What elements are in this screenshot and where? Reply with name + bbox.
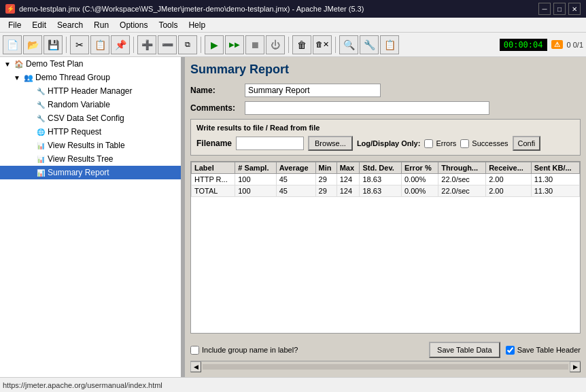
successes-checkbox[interactable] (460, 139, 469, 148)
tree-item-view-results-tree[interactable]: 📊 View Results Tree (0, 152, 181, 166)
menu-run[interactable]: Run (88, 19, 114, 31)
tree-item-demo-thread-group[interactable]: ▼ 👥 Demo Thread Group (0, 71, 181, 84)
demo-thread-group-label: Demo Thread Group (35, 73, 110, 82)
remote-button[interactable]: 🔧 (360, 35, 379, 54)
demo-test-plan-icon: 🏠 (14, 58, 24, 69)
include-group-label[interactable]: Include group name in label? (190, 346, 298, 355)
window-title: demo-testplan.jmx (C:\@Workspace\WS_JMet… (19, 5, 364, 13)
search-toolbar-button[interactable]: 🔍 (339, 35, 358, 54)
paste-button[interactable]: 📌 (111, 35, 130, 54)
sidebar: ▼ 🏠 Demo Test Plan ▼ 👥 Demo Thread Group… (0, 57, 182, 377)
tree-item-random-variable[interactable]: 🔧 Random Variable (0, 98, 181, 111)
http-header-manager-label: HTTP Header Manager (48, 86, 133, 96)
comments-input[interactable] (245, 101, 489, 115)
clear-button[interactable]: 🗑 (292, 35, 311, 54)
start-button[interactable]: ▶ (205, 35, 224, 54)
row2-samples: 100 (235, 185, 276, 197)
main-container: ▼ 🏠 Demo Test Plan ▼ 👥 Demo Thread Group… (0, 57, 586, 377)
file-row: Filename Browse... Log/Display Only: Err… (196, 136, 574, 151)
tree-item-summary-report[interactable]: 📊 Summary Report (0, 166, 181, 179)
name-input[interactable] (245, 84, 381, 97)
save-table-header-label[interactable]: Save Table Header (506, 346, 581, 355)
copy-button[interactable]: 📋 (90, 35, 109, 54)
close-button[interactable]: ✕ (568, 3, 581, 15)
file-section-title: Write results to file / Read from file (196, 124, 574, 132)
warning-badge: ⚠ (551, 40, 563, 49)
save-table-header-checkbox[interactable] (506, 346, 515, 355)
scroll-left-button[interactable]: ◀ (190, 361, 201, 372)
config-button[interactable]: Confi (513, 136, 541, 151)
tree-item-csv-data-set-config[interactable]: 🔧 CSV Data Set Config (0, 111, 181, 125)
menu-edit[interactable]: Edit (27, 19, 52, 31)
demo-thread-group-icon: 👥 (23, 72, 34, 83)
bottom-bar: Include group name in label? Save Table … (190, 339, 581, 361)
include-group-text: Include group name in label? (202, 346, 298, 354)
remove-button[interactable]: ➖ (158, 35, 177, 54)
open-button[interactable]: 📂 (23, 35, 42, 54)
toggle-spacer-4 (24, 127, 34, 137)
shutdown-button[interactable]: ⏻ (266, 35, 285, 54)
add-button[interactable]: ➕ (137, 35, 156, 54)
scroll-track[interactable] (203, 364, 568, 370)
include-group-checkbox[interactable] (190, 346, 199, 355)
tree-item-demo-test-plan[interactable]: ▼ 🏠 Demo Test Plan (0, 57, 181, 71)
menu-search[interactable]: Search (52, 19, 88, 31)
new-button[interactable]: 📄 (3, 35, 22, 54)
toggle-spacer-7 (24, 168, 34, 177)
menu-bar: File Edit Search Run Options Tools Help (0, 18, 586, 33)
filename-input[interactable] (236, 137, 304, 150)
start-no-pauses-button[interactable]: ▶▶ (225, 35, 244, 54)
menu-help[interactable]: Help (183, 19, 211, 31)
scroll-right-button[interactable]: ▶ (570, 361, 581, 372)
stop-button[interactable]: ⏹ (245, 35, 264, 54)
random-variable-icon: 🔧 (35, 99, 46, 110)
templates-button[interactable]: 📋 (380, 35, 399, 54)
col-sent: Sent KB/... (531, 162, 579, 174)
log-display-label: Log/Display Only: (357, 139, 421, 147)
status-text: https://jmeter.apache.org/usermanual/ind… (3, 381, 162, 389)
toggle-demo-thread-group[interactable]: ▼ (12, 73, 22, 82)
errors-checkbox-label[interactable]: Errors (424, 139, 456, 148)
http-request-icon: 🌐 (35, 126, 46, 137)
minimize-button[interactable]: ─ (538, 3, 551, 15)
save-table-header-text: Save Table Header (517, 346, 581, 354)
counter-display: 0 0/1 (567, 41, 583, 49)
status-bar: https://jmeter.apache.org/usermanual/ind… (0, 377, 586, 392)
panel-title: Summary Report (190, 63, 581, 77)
browse-button[interactable]: Browse... (308, 136, 353, 151)
successes-checkbox-label[interactable]: Successes (460, 139, 508, 148)
row1-samples: 100 (235, 174, 276, 185)
tree-item-http-header-manager[interactable]: 🔧 HTTP Header Manager (0, 84, 181, 98)
content-area: Summary Report Name: Comments: Write res… (185, 57, 586, 377)
successes-label: Successes (472, 139, 508, 147)
row2-sent: 11.30 (531, 185, 579, 197)
toggle-spacer-6 (24, 154, 34, 164)
errors-label: Errors (436, 139, 456, 147)
results-table-container: Label # Sampl. Average Min Max Std. Dev.… (190, 161, 581, 334)
view-results-tree-icon: 📊 (35, 154, 46, 164)
clear-all-button[interactable]: 🗑✕ (313, 35, 332, 54)
tree-item-view-results-table[interactable]: 📊 View Results in Table (0, 139, 181, 152)
row1-sent: 11.30 (531, 174, 579, 185)
menu-tools[interactable]: Tools (153, 19, 183, 31)
maximize-button[interactable]: □ (553, 3, 566, 15)
view-results-table-icon: 📊 (35, 140, 46, 151)
menu-file[interactable]: File (3, 19, 27, 31)
save-button[interactable]: 💾 (44, 35, 63, 54)
col-throughput: Through... (438, 162, 486, 174)
toggle-demo-test-plan[interactable]: ▼ (3, 59, 12, 69)
table-row-total: TOTAL 100 45 29 124 18.63 0.00% 22.0/sec… (192, 185, 580, 197)
cut-button[interactable]: ✂ (70, 35, 89, 54)
demo-test-plan-label: Demo Test Plan (26, 59, 84, 69)
errors-checkbox[interactable] (424, 139, 433, 148)
tree-item-http-request[interactable]: 🌐 HTTP Request (0, 125, 181, 139)
save-table-data-button[interactable]: Save Table Data (429, 342, 500, 358)
h-scroll-bar: ◀ ▶ (190, 361, 581, 372)
row1-average: 45 (276, 174, 315, 185)
menu-options[interactable]: Options (114, 19, 153, 31)
table-row: HTTP R... 100 45 29 124 18.63 0.00% 22.0… (192, 174, 580, 185)
toolbar: 📄 📂 💾 ✂ 📋 📌 ➕ ➖ ⧉ ▶ ▶▶ ⏹ ⏻ 🗑 🗑✕ 🔍 🔧 📋 00… (0, 33, 586, 57)
duplicate-button[interactable]: ⧉ (178, 35, 197, 54)
toggle-spacer-3 (24, 113, 34, 123)
comments-label: Comments: (190, 103, 245, 113)
